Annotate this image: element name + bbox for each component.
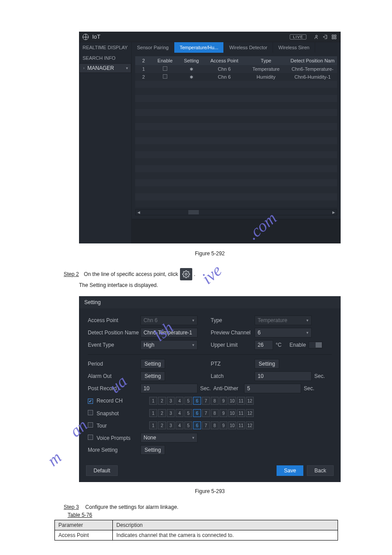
latch-input[interactable]: 10 xyxy=(255,371,312,381)
channel-9[interactable]: 9 xyxy=(219,421,227,429)
channel-11[interactable]: 11 xyxy=(237,421,245,429)
sidebar-item-manager[interactable]: ›MANAGER xyxy=(79,63,131,73)
figure-caption-1: Figure 5-292 xyxy=(79,250,341,257)
svg-point-0 xyxy=(316,35,317,37)
channel-10[interactable]: 10 xyxy=(228,421,236,429)
tabbar: Sensor Pairing Temperature/Hu... Wireles… xyxy=(132,42,341,53)
event-select[interactable]: High xyxy=(140,340,198,350)
more-setting-button[interactable]: Setting xyxy=(140,445,165,455)
tour-checkbox[interactable] xyxy=(88,422,93,428)
record-checkbox[interactable]: ✔ xyxy=(88,399,93,404)
channel-1[interactable]: 1 xyxy=(149,421,157,429)
lbl-event: Event Type xyxy=(88,342,140,348)
lbl-preview: Preview Channel xyxy=(211,330,255,336)
lbl-latch: Latch xyxy=(211,373,255,379)
detect-pos-input[interactable]: Chn6-Temperature-1 xyxy=(140,328,198,337)
channel-12[interactable]: 12 xyxy=(246,397,254,405)
param-table: Parameter Description Access Point Indic… xyxy=(54,520,338,540)
svg-rect-4 xyxy=(334,37,336,39)
type-select[interactable]: Temperature xyxy=(255,316,312,325)
grid-icon[interactable] xyxy=(331,34,337,40)
lbl-type: Type xyxy=(211,317,255,323)
figure-caption-2: Figure 5-293 xyxy=(79,488,341,494)
sidebar-item-searchinfo[interactable]: SEARCH INFO xyxy=(79,53,131,63)
col-ap: Access Point xyxy=(205,56,244,65)
alarm-setting-button[interactable]: Setting xyxy=(140,371,165,381)
scroll-thumb[interactable] xyxy=(188,210,199,214)
channel-9[interactable]: 9 xyxy=(219,409,227,417)
table-label: Table 5-76 xyxy=(68,512,392,518)
channel-1[interactable]: 1 xyxy=(149,397,157,405)
sidebar-item-realtime[interactable]: REALTIME DISPLAY xyxy=(79,42,131,53)
channel-8[interactable]: 8 xyxy=(211,409,219,417)
step-2: Step 2 On the line of specific access po… xyxy=(64,268,392,280)
voice-checkbox[interactable] xyxy=(88,435,93,440)
tab-wireless-siren[interactable]: Wireless Siren xyxy=(273,42,315,53)
tab-wireless-detector[interactable]: Wireless Detector xyxy=(224,42,273,53)
post-input[interactable]: 10 xyxy=(140,384,198,393)
access-point-select[interactable]: Chn 6 xyxy=(140,316,198,325)
channel-10[interactable]: 10 xyxy=(228,409,236,417)
gear-icon[interactable]: ✱ xyxy=(190,67,193,72)
channel-4[interactable]: 4 xyxy=(176,421,183,429)
channel-5[interactable]: 5 xyxy=(184,397,192,405)
channel-5[interactable]: 5 xyxy=(184,409,192,417)
step-3: Step 3 Configure the settings for alarm … xyxy=(64,504,392,510)
channel-7[interactable]: 7 xyxy=(202,409,210,417)
channel-2[interactable]: 2 xyxy=(158,397,166,405)
channel-2[interactable]: 2 xyxy=(158,409,166,417)
lbl-access-point: Access Point xyxy=(88,317,140,323)
gear-icon[interactable]: ✱ xyxy=(190,75,193,80)
channel-7[interactable]: 7 xyxy=(202,397,210,405)
channel-11[interactable]: 11 xyxy=(237,409,245,417)
tab-sensor-pairing[interactable]: Sensor Pairing xyxy=(132,42,174,53)
enable-checkbox[interactable] xyxy=(163,74,167,79)
col-enable: Enable xyxy=(152,56,178,65)
enable-toggle[interactable] xyxy=(309,341,323,348)
upper-input[interactable]: 26 xyxy=(255,340,273,350)
channel-3[interactable]: 3 xyxy=(167,421,175,429)
enable-checkbox[interactable] xyxy=(163,66,167,71)
channel-1[interactable]: 1 xyxy=(149,409,157,417)
period-setting-button[interactable]: Setting xyxy=(140,359,165,369)
user-icon[interactable] xyxy=(313,34,320,40)
gear-button-icon xyxy=(180,268,192,280)
scroll-right-icon[interactable]: ▶ xyxy=(331,210,337,215)
back-button[interactable]: Back xyxy=(307,465,334,476)
channel-12[interactable]: 12 xyxy=(246,409,254,417)
channel-8[interactable]: 8 xyxy=(211,421,219,429)
channel-9[interactable]: 9 xyxy=(219,397,227,405)
channel-8[interactable]: 8 xyxy=(211,397,219,405)
default-button[interactable]: Default xyxy=(86,465,118,476)
channel-6[interactable]: 6 xyxy=(193,409,201,417)
channel-5[interactable]: 5 xyxy=(184,421,192,429)
exit-icon[interactable] xyxy=(322,34,328,40)
lbl-post: Post Record xyxy=(88,385,140,392)
chevron-right-icon: › xyxy=(82,66,86,70)
lbl-period: Period xyxy=(88,361,140,367)
voice-select[interactable]: None xyxy=(140,433,198,443)
channel-12[interactable]: 12 xyxy=(246,421,254,429)
channel-11[interactable]: 11 xyxy=(237,397,245,405)
channel-6[interactable]: 6 xyxy=(193,421,201,429)
table-row[interactable]: 2 ✱ Chn 6 Humidity Chn6-Humidity-1 xyxy=(135,73,337,81)
anti-input[interactable]: 5 xyxy=(244,384,301,393)
channel-4[interactable]: 4 xyxy=(176,397,183,405)
tab-temp-humidity[interactable]: Temperature/Hu... xyxy=(174,42,224,53)
save-button[interactable]: Save xyxy=(277,465,303,476)
scroll-left-icon[interactable]: ◀ xyxy=(136,210,142,215)
snapshot-checkbox[interactable] xyxy=(88,410,93,415)
horizontal-scrollbar[interactable]: ◀ ▶ xyxy=(135,209,337,215)
channel-4[interactable]: 4 xyxy=(176,409,183,417)
channel-10[interactable]: 10 xyxy=(228,397,236,405)
table-row[interactable]: 1 ✱ Chn 6 Temperature Chn6-Temperature- xyxy=(135,65,337,73)
preview-select[interactable]: 6 xyxy=(255,328,312,337)
ptz-setting-button[interactable]: Setting xyxy=(255,359,279,369)
channel-3[interactable]: 3 xyxy=(167,397,175,405)
channel-3[interactable]: 3 xyxy=(167,409,175,417)
param-cell: Access Point xyxy=(55,530,113,540)
channel-7[interactable]: 7 xyxy=(202,421,210,429)
channel-6[interactable]: 6 xyxy=(193,397,201,405)
channel-2[interactable]: 2 xyxy=(158,421,166,429)
sensor-table: 2 Enable Setting Access Point Type Detec… xyxy=(135,56,337,207)
